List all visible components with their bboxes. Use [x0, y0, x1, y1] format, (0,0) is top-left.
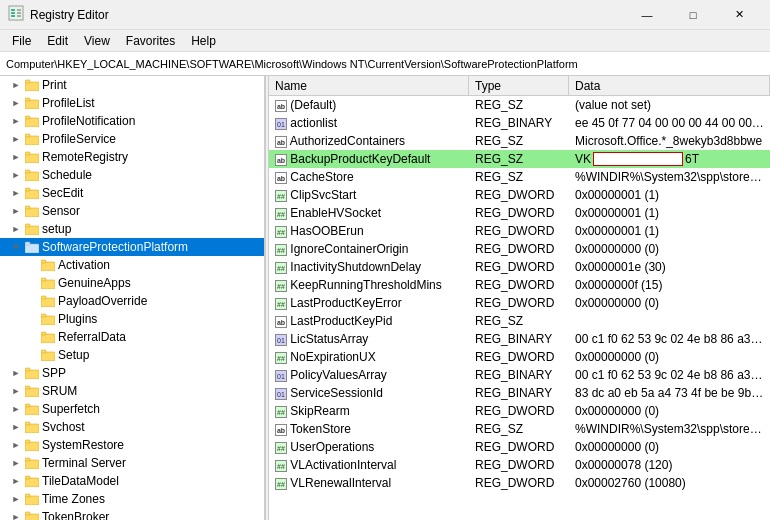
tree-toggle-icon[interactable]: ►	[8, 221, 24, 237]
tree-item[interactable]: ► SRUM	[0, 382, 264, 400]
tree-toggle-icon[interactable]: ►	[8, 455, 24, 471]
tree-toggle-icon[interactable]: ►	[8, 509, 24, 520]
value-row[interactable]: ## SkipRearmREG_DWORD0x00000000 (0)	[269, 402, 770, 420]
tree-item[interactable]: ► Schedule	[0, 166, 264, 184]
value-row[interactable]: 01 PolicyValuesArrayREG_BINARY00 c1 f0 6…	[269, 366, 770, 384]
tree-item[interactable]: ► Svchost	[0, 418, 264, 436]
tree-toggle-icon[interactable]: ►	[8, 113, 24, 129]
tree-panel[interactable]: ► Print► ProfileList► ProfileNotificatio…	[0, 76, 265, 520]
tree-item-label: PayloadOverride	[58, 294, 147, 308]
value-row[interactable]: ab CacheStoreREG_SZ%WINDIR%\System32\spp…	[269, 168, 770, 186]
tree-item[interactable]: ► Time Zones	[0, 490, 264, 508]
svg-rect-43	[25, 406, 39, 415]
menu-item-file[interactable]: File	[4, 32, 39, 50]
tree-toggle-icon[interactable]: ►	[8, 203, 24, 219]
value-row[interactable]: ## UserOperationsREG_DWORD0x00000000 (0)	[269, 438, 770, 456]
tree-item[interactable]: ► RemoteRegistry	[0, 148, 264, 166]
tree-item[interactable]: ► Sensor	[0, 202, 264, 220]
menu-item-favorites[interactable]: Favorites	[118, 32, 183, 50]
value-data-cell: 0x00000001 (1)	[569, 205, 770, 221]
folder-icon	[24, 491, 40, 507]
value-row[interactable]: ab TokenStoreREG_SZ%WINDIR%\System32\spp…	[269, 420, 770, 438]
tree-item[interactable]: ► Terminal Server	[0, 454, 264, 472]
tree-item[interactable]: ► ProfileNotification	[0, 112, 264, 130]
value-row[interactable]: ## NoExpirationUXREG_DWORD0x00000000 (0)	[269, 348, 770, 366]
menu-item-edit[interactable]: Edit	[39, 32, 76, 50]
tree-toggle-icon[interactable]: ►	[8, 149, 24, 165]
value-row[interactable]: 01 LicStatusArrayREG_BINARY00 c1 f0 62 5…	[269, 330, 770, 348]
tree-item[interactable]: ► Print	[0, 76, 264, 94]
tree-item[interactable]: ► TokenBroker	[0, 508, 264, 520]
edit-value-input[interactable]	[593, 152, 683, 166]
value-row[interactable]: ab BackupProductKeyDefaultREG_SZ VK 6T	[269, 150, 770, 168]
tree-toggle-icon[interactable]: ►	[8, 131, 24, 147]
tree-item[interactable]: ► setup	[0, 220, 264, 238]
folder-icon	[24, 131, 40, 147]
minimize-button[interactable]: —	[624, 0, 670, 30]
folder-icon	[24, 149, 40, 165]
tree-item[interactable]: Setup	[0, 346, 264, 364]
tree-item[interactable]: Plugins	[0, 310, 264, 328]
tree-item[interactable]: ReferralData	[0, 328, 264, 346]
value-row[interactable]: ab (Default)REG_SZ(value not set)	[269, 96, 770, 114]
value-row[interactable]: ## VLRenewalIntervalREG_DWORD0x00002760 …	[269, 474, 770, 492]
tree-toggle-icon[interactable]: ►	[8, 437, 24, 453]
value-type-cell: REG_SZ	[469, 97, 569, 113]
column-header-data[interactable]: Data	[569, 76, 770, 95]
menu-item-view[interactable]: View	[76, 32, 118, 50]
tree-toggle-icon[interactable]: ►	[8, 167, 24, 183]
tree-toggle-icon[interactable]: ►	[8, 365, 24, 381]
tree-item[interactable]: ► ProfileList	[0, 94, 264, 112]
tree-item[interactable]: ► TileDataModel	[0, 472, 264, 490]
tree-item[interactable]: ► Superfetch	[0, 400, 264, 418]
menu-item-help[interactable]: Help	[183, 32, 224, 50]
tree-item[interactable]: PayloadOverride	[0, 292, 264, 310]
tree-toggle-icon[interactable]: ►	[8, 383, 24, 399]
tree-item[interactable]: Activation	[0, 256, 264, 274]
tree-item[interactable]: GenuineApps	[0, 274, 264, 292]
tree-item-label: Terminal Server	[42, 456, 126, 470]
value-row[interactable]: ## HasOOBErunREG_DWORD0x00000001 (1)	[269, 222, 770, 240]
tree-toggle-icon[interactable]: ►	[8, 77, 24, 93]
tree-toggle-icon[interactable]: ▼	[8, 239, 24, 255]
tree-toggle-icon[interactable]: ►	[8, 491, 24, 507]
tree-item[interactable]: ► SPP	[0, 364, 264, 382]
value-data-cell: (value not set)	[569, 97, 770, 113]
tree-item[interactable]: ▼ SoftwareProtectionPlatform	[0, 238, 264, 256]
values-panel[interactable]: Name Type Data ab (Default)REG_SZ(value …	[269, 76, 770, 520]
folder-icon	[24, 473, 40, 489]
reg-dword-icon: ##	[275, 244, 287, 256]
tree-toggle-icon[interactable]: ►	[8, 419, 24, 435]
value-data-cell: 0x0000000f (15)	[569, 277, 770, 293]
value-row[interactable]: ## ClipSvcStartREG_DWORD0x00000001 (1)	[269, 186, 770, 204]
value-row[interactable]: ab AuthorizedContainersREG_SZMicrosoft.O…	[269, 132, 770, 150]
folder-icon	[40, 311, 56, 327]
tree-toggle-icon[interactable]: ►	[8, 401, 24, 417]
tree-item[interactable]: ► SecEdit	[0, 184, 264, 202]
maximize-button[interactable]: □	[670, 0, 716, 30]
value-row[interactable]: ab LastProductKeyPidREG_SZ	[269, 312, 770, 330]
value-row[interactable]: 01 actionlistREG_BINARYee 45 0f 77 04 00…	[269, 114, 770, 132]
app-title: Registry Editor	[30, 8, 109, 22]
svg-rect-19	[25, 190, 39, 199]
tree-item-label: Plugins	[58, 312, 97, 326]
value-row[interactable]: ## InactivityShutdownDelayREG_DWORD0x000…	[269, 258, 770, 276]
value-name-cell: 01 actionlist	[269, 115, 469, 131]
tree-toggle-icon[interactable]: ►	[8, 185, 24, 201]
value-row[interactable]: ## IgnoreContainerOriginREG_DWORD0x00000…	[269, 240, 770, 258]
column-header-name[interactable]: Name	[269, 76, 469, 95]
column-header-type[interactable]: Type	[469, 76, 569, 95]
tree-item[interactable]: ► SystemRestore	[0, 436, 264, 454]
value-row[interactable]: 01 ServiceSessionIdREG_BINARY83 dc a0 eb…	[269, 384, 770, 402]
main-content: ► Print► ProfileList► ProfileNotificatio…	[0, 76, 770, 520]
value-data-cell	[569, 320, 770, 322]
tree-toggle-icon[interactable]: ►	[8, 95, 24, 111]
value-row[interactable]: ## VLActivationIntervalREG_DWORD0x000000…	[269, 456, 770, 474]
tree-toggle-icon[interactable]: ►	[8, 473, 24, 489]
close-button[interactable]: ✕	[716, 0, 762, 30]
value-row[interactable]: ## KeepRunningThresholdMinsREG_DWORD0x00…	[269, 276, 770, 294]
tree-item[interactable]: ► ProfileService	[0, 130, 264, 148]
value-row[interactable]: ## LastProductKeyErrorREG_DWORD0x0000000…	[269, 294, 770, 312]
value-row[interactable]: ## EnableHVSocketREG_DWORD0x00000001 (1)	[269, 204, 770, 222]
value-name-cell: 01 LicStatusArray	[269, 331, 469, 347]
